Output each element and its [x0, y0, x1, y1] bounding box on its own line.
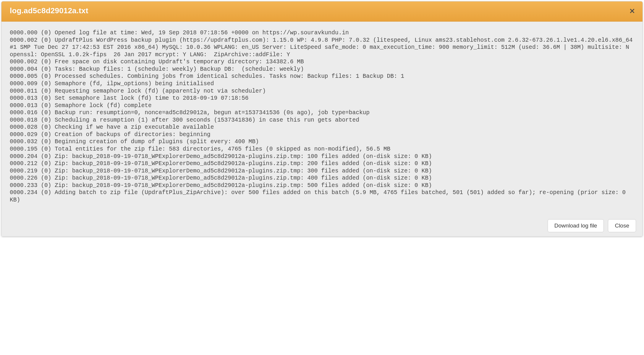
download-log-button[interactable]: Download log file	[548, 219, 604, 232]
log-content[interactable]: 0000.000 (0) Opened log file at time: We…	[1, 22, 643, 216]
modal-footer: Download log file Close	[1, 216, 643, 236]
modal-titlebar: log.ad5c8d29012a.txt	[1, 1, 643, 22]
log-modal: log.ad5c8d29012a.txt 0000.000 (0) Opened…	[1, 1, 643, 237]
modal-title: log.ad5c8d29012a.txt	[10, 6, 88, 15]
close-button[interactable]: Close	[608, 219, 636, 232]
close-icon[interactable]	[628, 7, 637, 15]
